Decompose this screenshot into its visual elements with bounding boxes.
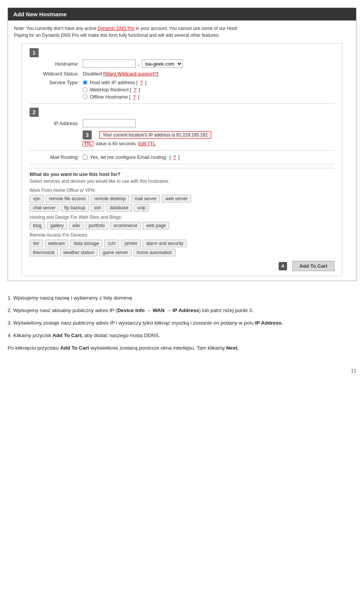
add-to-cart-button[interactable]: Add To Cart xyxy=(292,261,334,271)
mail-routing-field: Yes, let me configure Email routing. [?] xyxy=(83,154,180,160)
section-divider-2 xyxy=(30,150,334,151)
mail-routing-row: Mail Routing: Yes, let me configure Emai… xyxy=(30,154,334,160)
wildcard-field: Disabled [Want Wildcard support?] xyxy=(83,71,158,77)
step3-badge: 3 xyxy=(83,130,92,140)
service-option-offline[interactable]: Offline Hostname [?] xyxy=(83,94,146,100)
ip-hint-row: 3 Your current location's IP address is … xyxy=(83,130,334,140)
instruction-final: Po kliknięciu przycisku Add To Cart wyśw… xyxy=(8,344,356,353)
tag-cctv[interactable]: cctv xyxy=(104,240,119,247)
tag-mail-server[interactable]: mail server xyxy=(131,195,160,202)
tag-row-5: thermostat weather station game server h… xyxy=(30,249,334,256)
service-type-options: Host with IP address [?] WebHop Redirect… xyxy=(83,80,146,100)
use-title: What do you want to use this host for? xyxy=(30,171,334,177)
tag-gallery[interactable]: gallery xyxy=(47,222,67,229)
tag-web-page[interactable]: web page xyxy=(143,222,169,229)
modal-body: Note: You currently don't have any activ… xyxy=(8,20,356,281)
inner-form: 1 Hostname: . isa-geek.com Wildcard Stat… xyxy=(22,43,342,276)
ip-row: IP Address: xyxy=(30,119,334,127)
hostname-input[interactable] xyxy=(83,60,136,68)
tag-row-3: blog gallery wiki portfolio ecommerce we… xyxy=(30,222,334,229)
tag-remote-desktop[interactable]: remote desktop xyxy=(91,195,129,202)
instruction-4-bold: Add To Cart, xyxy=(53,333,83,338)
mail-checkbox-text: Yes, let me configure Email routing. xyxy=(90,154,167,160)
step4-badge: 4 xyxy=(279,262,287,270)
tag-portfolio[interactable]: portfolio xyxy=(85,222,108,229)
category2-label: Hosting and Design For Web Sites and Blo… xyxy=(30,215,334,220)
tag-voip[interactable]: voip xyxy=(134,204,149,212)
tag-row-4: dvr webcam data storage cctv printer ala… xyxy=(30,240,334,247)
mail-checkbox[interactable] xyxy=(83,155,88,160)
note-suffix: in your account. You cannot use some of … xyxy=(136,26,237,31)
ttl-badge: TTL xyxy=(83,141,93,146)
tag-ecommerce[interactable]: ecommerce xyxy=(110,222,141,229)
instruction-4: 4. Klikamy przycisk Add To Cart, aby dod… xyxy=(8,331,356,340)
service-option-host[interactable]: Host with IP address [?] xyxy=(83,80,146,85)
tag-row-1: vpn remote file access remote desktop ma… xyxy=(30,195,334,202)
mail-help-link[interactable]: ? xyxy=(173,154,176,160)
instructions: 1. Wpisujemy naszą nazwę i wybieramy z l… xyxy=(8,290,356,360)
ttl-edit-link[interactable]: Edit TTL xyxy=(138,141,155,146)
tag-row-2: chat server ftp backup ssh database voip xyxy=(30,204,334,212)
ip-input[interactable] xyxy=(83,119,136,127)
final-bold: Add To Cart xyxy=(60,345,89,351)
mail-routing-label: Mail Routing: xyxy=(30,154,83,160)
service-type-label: Service Type: xyxy=(30,80,83,85)
use-subtitle: Select services and devices you would li… xyxy=(30,179,334,184)
service-type-row: Service Type: Host with IP address [?] W… xyxy=(30,80,334,100)
step2-badge: 2 xyxy=(30,108,39,117)
tag-data-storage[interactable]: data storage xyxy=(70,240,102,247)
modal-title: Add New Hostname xyxy=(13,11,67,17)
tag-thermostat[interactable]: thermostat xyxy=(30,249,58,256)
tag-home-automation[interactable]: home automation xyxy=(133,249,176,256)
tag-ssh[interactable]: ssh xyxy=(91,204,105,212)
ip-field xyxy=(83,119,136,127)
tag-vpn[interactable]: vpn xyxy=(30,195,44,202)
tag-weather-station[interactable]: weather station xyxy=(60,249,97,256)
hostname-domain-select[interactable]: isa-geek.com xyxy=(142,60,183,68)
category1-label: Work From Home Office or VPN: xyxy=(30,188,334,193)
tag-alarm-security[interactable]: alarm and security xyxy=(143,240,187,247)
instruction-2-bold: Device Info → WAN → IP Address xyxy=(117,308,199,313)
tag-webcam[interactable]: webcam xyxy=(45,240,69,247)
service-option-webhop[interactable]: WebHop Redirect [?] xyxy=(83,87,146,93)
ttl-value: value is 60 seconds. xyxy=(96,141,137,146)
tag-blog[interactable]: blog xyxy=(30,222,45,229)
host-help-link[interactable]: ? xyxy=(140,80,143,85)
tag-dvr[interactable]: dvr xyxy=(30,240,43,247)
page-number: 11 xyxy=(8,368,356,373)
wildcard-label: Wildcard Status: xyxy=(30,71,83,77)
ip-hint-box[interactable]: Your current location's IP address is 81… xyxy=(99,131,211,139)
ttl-row: TTL value is 60 seconds. Edit TTL. xyxy=(83,141,334,146)
step1-badge: 1 xyxy=(30,48,39,57)
offline-help-link[interactable]: ? xyxy=(133,94,135,100)
tag-chat-server[interactable]: chat server xyxy=(30,204,59,212)
wildcard-link[interactable]: Want Wildcard support? xyxy=(105,71,157,77)
modal-container: Add New Hostname Note: You currently don… xyxy=(8,8,356,281)
wildcard-value: Disabled [Want Wildcard support?] xyxy=(83,71,158,77)
tag-database[interactable]: database xyxy=(106,204,132,212)
tag-game-server[interactable]: game server xyxy=(99,249,132,256)
dot-separator: . xyxy=(138,61,140,67)
tag-remote-file-access[interactable]: remote file access xyxy=(46,195,89,202)
hostname-label: Hostname: xyxy=(30,61,83,67)
hostname-field: . isa-geek.com xyxy=(83,60,183,68)
ip-section: 2 xyxy=(30,108,334,117)
webhop-help-link[interactable]: ? xyxy=(134,87,136,93)
wildcard-row: Wildcard Status: Disabled [Want Wildcard… xyxy=(30,71,334,77)
instruction-2: 2. Wpisujemy nasz aktualny publiczny adr… xyxy=(8,306,356,315)
dynamic-dns-link[interactable]: Dynamic DNS Pro xyxy=(97,26,134,31)
modal-title-bar: Add New Hostname xyxy=(8,8,356,20)
mail-checkbox-label[interactable]: Yes, let me configure Email routing. [?] xyxy=(83,154,180,160)
radio-webhop[interactable] xyxy=(83,87,88,92)
tag-web-server[interactable]: web server xyxy=(162,195,191,202)
ip-label: IP Address: xyxy=(30,121,83,126)
note-line2: Paying for an Dynamic DNS Pro will make … xyxy=(14,33,220,38)
radio-offline[interactable] xyxy=(83,94,88,99)
tag-ftp-backup[interactable]: ftp backup xyxy=(61,204,88,212)
note-prefix: Note: You currently don't have any activ… xyxy=(14,26,96,31)
category3-label: Remote Access For Devices: xyxy=(30,232,334,238)
tag-printer[interactable]: printer xyxy=(121,240,141,247)
final-bold2: Next. xyxy=(226,345,238,351)
radio-host[interactable] xyxy=(83,80,88,85)
tag-wiki[interactable]: wiki xyxy=(69,222,83,229)
